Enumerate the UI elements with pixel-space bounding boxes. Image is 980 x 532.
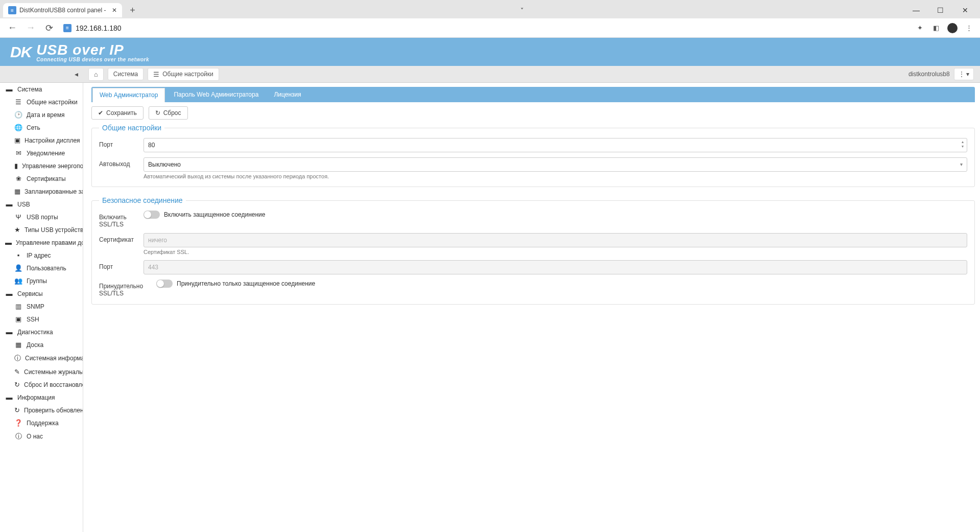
profile-avatar[interactable] <box>945 21 960 35</box>
sidebar-item-ssh[interactable]: ▣SSH <box>0 313 83 326</box>
breadcrumb-home[interactable]: ⌂ <box>88 68 104 81</box>
extensions-icon[interactable]: ✦ <box>913 21 927 35</box>
hint-certificate: Сертификат SSL. <box>144 249 967 255</box>
fieldset-secure: Безопасное соединение Включить SSL/TLS В… <box>91 196 975 305</box>
sidebar-item-access-management[interactable]: ▬Управление правами доступа <box>0 236 83 249</box>
sidebar-item-support[interactable]: ❓Поддержка <box>0 417 83 429</box>
minus-icon: ▬ <box>5 328 13 336</box>
top-toolbar: ◂ ⌂ Система ☰Общие настройки distkontrol… <box>0 66 980 83</box>
select-certificate[interactable]: ничего <box>144 233 967 247</box>
address-input[interactable]: ≡ 192.168.1.180 <box>59 24 911 32</box>
star-icon: ★ <box>14 226 20 234</box>
sidebar-item-system-info[interactable]: ⓘСистемная информация <box>0 351 83 365</box>
sidepanel-icon[interactable]: ◧ <box>929 21 943 35</box>
reset-button[interactable]: ↻Сброс <box>149 106 188 120</box>
save-button[interactable]: ✔Сохранить <box>91 106 144 120</box>
tab-license[interactable]: Лицензия <box>266 87 308 102</box>
back-button[interactable]: ← <box>4 20 20 36</box>
sidebar-item-system[interactable]: ▬Система <box>0 83 83 96</box>
sidebar-item-scheduled-tasks[interactable]: ▦Запланированные задания <box>0 185 83 198</box>
battery-icon: ▮ <box>14 162 18 170</box>
breadcrumb-general-settings[interactable]: ☰Общие настройки <box>148 68 219 81</box>
logo-subtitle: Connecting USB devices over the network <box>36 57 149 62</box>
forward-button[interactable]: → <box>22 20 39 36</box>
sidebar-item-display-settings[interactable]: ▣Настройки дисплея <box>0 134 83 147</box>
sidebar-item-snmp[interactable]: ▥SNMP <box>0 300 83 313</box>
sidebar-item-services[interactable]: ▬Сервисы <box>0 287 83 300</box>
action-bar: ✔Сохранить ↻Сброс <box>91 102 975 124</box>
sidebar-item-network[interactable]: 🌐Сеть <box>0 121 83 134</box>
sidebar-item-usb-ports[interactable]: ΨUSB порты <box>0 211 83 223</box>
log-icon: ✎ <box>14 368 20 376</box>
tab-web-admin[interactable]: Web Администратор <box>92 88 165 102</box>
sidebar-collapse-button[interactable]: ◂ <box>0 70 83 78</box>
minus-icon: ▬ <box>5 290 13 297</box>
sidebar-item-usb[interactable]: ▬USB <box>0 198 83 211</box>
chart-icon: ▥ <box>14 303 22 310</box>
sidebar-item-usb-device-types[interactable]: ★Типы USB устройств <box>0 223 83 236</box>
toggle-force-ssl[interactable] <box>156 280 173 288</box>
input-ssl-port[interactable]: 443 <box>144 260 967 274</box>
sidebar-item-dashboard[interactable]: ▦Доска <box>0 338 83 351</box>
sidebar-item-power-management[interactable]: ▮Управление энергопотреблением <box>0 159 83 172</box>
hint-autologout: Автоматический выход из системы после ук… <box>144 173 967 179</box>
sidebar-item-user[interactable]: 👤Пользователь <box>0 262 83 274</box>
browser-menu-icon[interactable]: ⋮ <box>962 21 976 35</box>
sidebar-item-about[interactable]: ⓘО нас <box>0 429 83 444</box>
toggle-force-ssl-text: Принудительно только защищенное соединен… <box>177 280 315 287</box>
site-icon: ≡ <box>63 24 71 32</box>
browser-right-icons: ✦ ◧ ⋮ <box>913 21 976 35</box>
new-tab-button[interactable]: + <box>125 3 139 17</box>
maximize-button[interactable]: ☐ <box>929 2 952 18</box>
label-ssl-port: Порт <box>99 260 137 270</box>
input-port[interactable]: 80 <box>144 138 967 152</box>
sliders-icon: ☰ <box>14 98 22 106</box>
check-icon: ✔ <box>98 109 103 117</box>
sidebar-item-reset-restore[interactable]: ↻Сброс И восстановление <box>0 378 83 391</box>
sidebar-item-check-updates[interactable]: ↻Проверить обновления <box>0 404 83 417</box>
close-window-button[interactable]: ✕ <box>953 2 977 18</box>
logo-mark: DK <box>10 43 31 61</box>
select-autologout[interactable]: Выключено <box>144 157 967 172</box>
tab-chevron-icon[interactable]: ˅ <box>516 7 528 14</box>
label-port: Порт <box>99 138 137 148</box>
label-autologout: Автовыход <box>99 157 137 168</box>
refresh-icon: ↻ <box>155 109 160 117</box>
update-icon: ↻ <box>14 406 20 414</box>
certificate-icon: ❀ <box>14 175 22 182</box>
breadcrumb-system[interactable]: Система <box>108 68 144 80</box>
users-icon: 👥 <box>14 277 22 285</box>
sidebar-item-date-time[interactable]: 🕑Дата и время <box>0 108 83 121</box>
home-icon: ⌂ <box>94 71 98 78</box>
minus-icon: ▬ <box>5 85 13 93</box>
sidebar: ▬Система ☰Общие настройки 🕑Дата и время … <box>0 83 83 532</box>
tab-web-admin-password[interactable]: Пароль Web Администратора <box>166 87 266 102</box>
label-enable-ssl: Включить SSL/TLS <box>99 211 137 228</box>
sidebar-item-general-settings[interactable]: ☰Общие настройки <box>0 96 83 108</box>
window-controls: — ☐ ✕ <box>904 2 977 18</box>
close-tab-icon[interactable]: ✕ <box>112 7 117 14</box>
user-area: distkontrolusb8 ⋮ ▾ <box>909 68 980 80</box>
minimize-button[interactable]: — <box>904 2 928 18</box>
label-force-ssl: Принудительно SSL/TLS <box>99 280 150 297</box>
sidebar-item-ip-address[interactable]: ▪IP адрес <box>0 249 83 262</box>
browser-tab[interactable]: ≡ DistKontrolUSB8 control panel - ✕ <box>3 3 122 17</box>
fieldset-general: Общие настройки Порт 80 Автовыход Выключ… <box>91 124 975 187</box>
info-icon: ⓘ <box>14 354 21 363</box>
sidebar-item-groups[interactable]: 👥Группы <box>0 274 83 287</box>
globe-icon: 🌐 <box>14 124 22 131</box>
sidebar-item-certificates[interactable]: ❀Сертификаты <box>0 172 83 185</box>
user-menu-button[interactable]: ⋮ ▾ <box>954 68 974 80</box>
app-banner: DK USB over IP Connecting USB devices ov… <box>0 38 980 66</box>
refresh-icon: ↻ <box>14 381 20 388</box>
toggle-enable-ssl-text: Включить защищенное соединение <box>164 211 266 218</box>
terminal-icon: ▣ <box>14 315 22 323</box>
toggle-enable-ssl[interactable] <box>144 211 160 219</box>
reload-button[interactable]: ⟳ <box>41 20 57 36</box>
minus-icon: ▬ <box>5 394 13 401</box>
tab-title: DistKontrolUSB8 control panel - <box>19 7 106 14</box>
sidebar-item-system-logs[interactable]: ✎Системные журналы <box>0 365 83 378</box>
sidebar-item-information[interactable]: ▬Информация <box>0 391 83 404</box>
sidebar-item-diagnostics[interactable]: ▬Диагностика <box>0 326 83 338</box>
sidebar-item-notification[interactable]: ✉Уведомление <box>0 147 83 159</box>
